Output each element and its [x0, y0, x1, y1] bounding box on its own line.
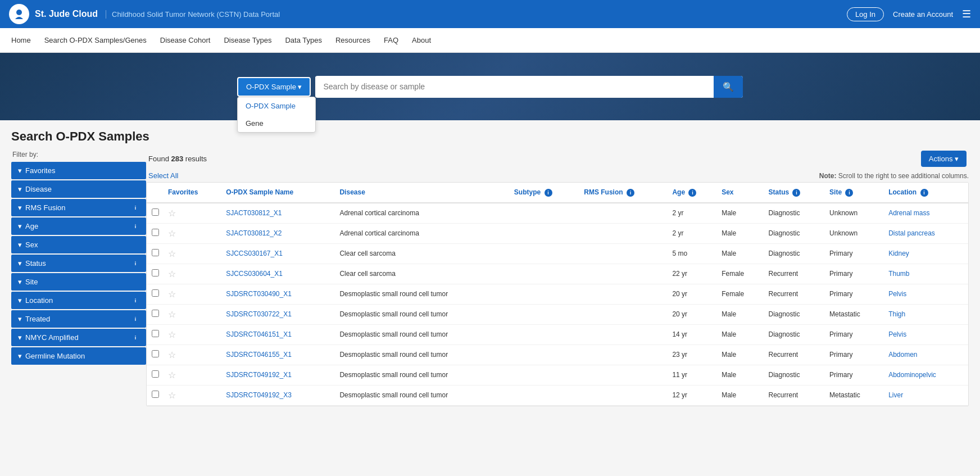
- row-checkbox-cell: [147, 243, 164, 264]
- row-favorite-cell: ☆: [164, 264, 221, 284]
- location-link[interactable]: Pelvis: [888, 290, 906, 298]
- search-type-dropdown[interactable]: O-PDX Sample ▾: [237, 77, 311, 97]
- select-all-link[interactable]: Select All: [146, 171, 180, 180]
- sidebar-scroll[interactable]: ▾Favorites▾Disease▾RMS Fusioni▾Agei▾Sex▾…: [11, 162, 146, 366]
- filter-section-treated[interactable]: ▾Treatedi: [11, 310, 146, 328]
- sample-name-link[interactable]: SJDSRCT049192_X3: [226, 391, 292, 399]
- location-link[interactable]: Thumb: [888, 270, 909, 278]
- favorite-star-icon[interactable]: ☆: [168, 391, 176, 400]
- search-button[interactable]: 🔍: [714, 76, 743, 98]
- row-location: Kidney: [884, 243, 968, 264]
- sample-name-link[interactable]: SJACT030812_X2: [226, 229, 282, 237]
- row-site: Metastatic: [825, 385, 884, 405]
- nav-item-about[interactable]: About: [412, 29, 431, 51]
- subtype-info-icon: i: [545, 189, 552, 197]
- sample-name-link[interactable]: SJDSRCT046151_X1: [226, 330, 292, 338]
- row-disease: Desmoplastic small round cell tumor: [335, 365, 509, 385]
- table-container[interactable]: Favorites O-PDX Sample Name Disease Subt…: [146, 182, 969, 406]
- location-link[interactable]: Pelvis: [888, 330, 906, 338]
- row-sex: Male: [717, 223, 764, 243]
- nav-item-home[interactable]: Home: [11, 29, 31, 51]
- sample-name-link[interactable]: SJDSRCT030490_X1: [226, 290, 292, 298]
- location-link[interactable]: Abdominopelvic: [888, 371, 936, 379]
- table-row: ☆SJDSRCT030490_X1Desmoplastic small roun…: [147, 284, 968, 304]
- filter-chevron-icon: ▾: [18, 278, 22, 286]
- th-rms: RMS Fusion i: [579, 183, 668, 203]
- nav-item-search-o-pdx-samples/genes[interactable]: Search O-PDX Samples/Genes: [44, 29, 147, 51]
- filter-section-disease[interactable]: ▾Disease: [11, 180, 146, 198]
- sample-name-link[interactable]: SJACT030812_X1: [226, 209, 282, 217]
- row-checkbox[interactable]: [152, 269, 159, 276]
- filter-chevron-icon: ▾: [18, 166, 22, 175]
- sample-name-link[interactable]: SJCCS030604_X1: [226, 270, 283, 278]
- nav-item-data-types[interactable]: Data Types: [285, 29, 322, 51]
- page-content: Search O-PDX Samples Filter by: ▾Favorit…: [0, 120, 980, 415]
- row-site: Primary: [825, 284, 884, 304]
- create-account-button[interactable]: Create an Account: [893, 10, 953, 19]
- row-location: Abdomen: [884, 344, 968, 365]
- filter-section-favorites[interactable]: ▾Favorites: [11, 162, 146, 179]
- location-link[interactable]: Distal pancreas: [888, 229, 935, 237]
- sample-name-link[interactable]: SJCCS030167_X1: [226, 250, 283, 257]
- location-link[interactable]: Adrenal mass: [888, 209, 929, 217]
- filter-section-location[interactable]: ▾Locationi: [11, 292, 146, 309]
- favorite-star-icon[interactable]: ☆: [168, 208, 176, 218]
- favorite-star-icon[interactable]: ☆: [168, 229, 176, 238]
- sample-name-link[interactable]: SJDSRCT030722_X1: [226, 310, 292, 318]
- row-checkbox[interactable]: [152, 350, 159, 357]
- login-button[interactable]: Log In: [847, 7, 884, 21]
- filter-section-age[interactable]: ▾Agei: [11, 217, 146, 235]
- row-location: Adrenal mass: [884, 203, 968, 224]
- row-checkbox[interactable]: [152, 310, 159, 317]
- sample-name-link[interactable]: SJDSRCT049192_X1: [226, 371, 292, 379]
- location-link[interactable]: Abdomen: [888, 351, 917, 359]
- note-prefix: Note:: [819, 172, 837, 180]
- filter-label: Filter by:: [11, 151, 146, 158]
- filter-section-site[interactable]: ▾Site: [11, 273, 146, 291]
- favorite-star-icon[interactable]: ☆: [168, 310, 176, 319]
- actions-button[interactable]: Actions ▾: [921, 151, 967, 167]
- favorite-star-icon[interactable]: ☆: [168, 350, 176, 360]
- th-subtype: Subtype i: [510, 183, 579, 203]
- main-layout: Filter by: ▾Favorites▾Disease▾RMS Fusion…: [11, 151, 969, 406]
- location-link[interactable]: Liver: [888, 391, 903, 399]
- row-checkbox[interactable]: [152, 370, 159, 378]
- filter-section-sex[interactable]: ▾Sex: [11, 236, 146, 253]
- filter-section-germline-mutation[interactable]: ▾Germline Mutation: [11, 347, 146, 365]
- location-link[interactable]: Thigh: [888, 310, 905, 318]
- location-link[interactable]: Kidney: [888, 250, 909, 257]
- favorite-star-icon[interactable]: ☆: [168, 249, 176, 259]
- favorite-star-icon[interactable]: ☆: [168, 330, 176, 339]
- favorite-star-icon[interactable]: ☆: [168, 269, 176, 279]
- filter-label-text: RMS Fusion: [25, 203, 66, 212]
- search-input[interactable]: [315, 76, 714, 97]
- nav-item-faq[interactable]: FAQ: [384, 29, 398, 51]
- row-checkbox[interactable]: [152, 330, 159, 337]
- dropdown-option-opdx[interactable]: O-PDX Sample: [238, 97, 315, 115]
- row-checkbox[interactable]: [152, 249, 159, 256]
- row-sex: Male: [717, 324, 764, 344]
- dropdown-option-gene[interactable]: Gene: [238, 115, 315, 132]
- nav-item-disease-cohort[interactable]: Disease Cohort: [160, 29, 211, 51]
- sample-name-link[interactable]: SJDSRCT046155_X1: [226, 351, 292, 359]
- filter-label-text: NMYC Amplified: [25, 333, 79, 342]
- row-checkbox-cell: [147, 365, 164, 385]
- row-disease: Desmoplastic small round cell tumor: [335, 344, 509, 365]
- row-checkbox[interactable]: [152, 289, 159, 297]
- favorite-star-icon[interactable]: ☆: [168, 370, 176, 380]
- row-age: 23 yr: [668, 344, 717, 365]
- filter-section-nmyc-amplified[interactable]: ▾NMYC Amplifiedi: [11, 329, 146, 346]
- row-sample-name: SJDSRCT049192_X3: [221, 385, 335, 405]
- filter-section-status[interactable]: ▾Statusi: [11, 255, 146, 272]
- nav-item-resources[interactable]: Resources: [335, 29, 370, 51]
- hamburger-icon[interactable]: ☰: [962, 8, 971, 20]
- filter-section-rms-fusion[interactable]: ▾RMS Fusioni: [11, 199, 146, 216]
- nav-item-disease-types[interactable]: Disease Types: [224, 29, 271, 51]
- note-row: Select All Note: Scroll to the right to …: [146, 171, 969, 180]
- row-checkbox[interactable]: [152, 391, 159, 398]
- favorite-star-icon[interactable]: ☆: [168, 289, 176, 299]
- row-checkbox[interactable]: [152, 229, 159, 236]
- row-subtype: [510, 304, 579, 324]
- row-age: 11 yr: [668, 365, 717, 385]
- row-checkbox[interactable]: [152, 208, 159, 216]
